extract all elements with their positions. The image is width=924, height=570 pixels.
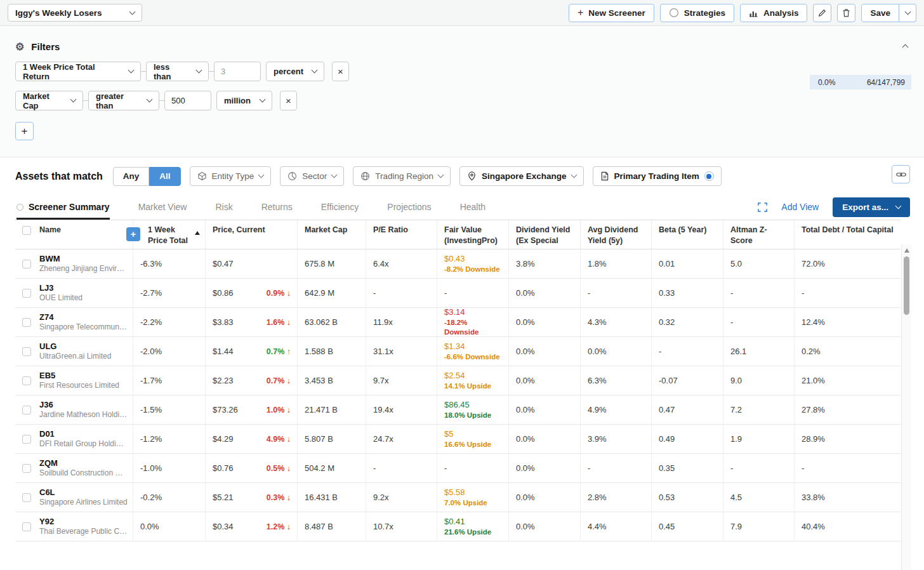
trading-region-chip[interactable]: Trading Region — [353, 166, 451, 186]
beta-cell: - — [652, 337, 723, 366]
dividend-yield-cell: 0.0% — [509, 454, 581, 482]
primary-trading-item-toggle[interactable] — [704, 171, 714, 181]
column-header-beta[interactable]: Beta (5 Year) — [652, 220, 723, 249]
all-toggle-button[interactable]: All — [149, 167, 180, 186]
market-cap-cell: 642.9 M — [298, 279, 366, 307]
price-value: $0.86 — [213, 288, 234, 298]
tab-efficiency[interactable]: Efficiency — [321, 196, 359, 220]
asset-ticker[interactable]: Y92 — [39, 517, 128, 527]
table-row[interactable]: BWMZheneng Jinjiang Environm...-6.3%$0.4… — [15, 249, 901, 279]
row-checkbox[interactable] — [22, 318, 31, 327]
remove-filter-button[interactable]: × — [332, 62, 349, 81]
remove-filter-button[interactable]: × — [280, 91, 297, 110]
asset-ticker[interactable]: D01 — [39, 429, 128, 439]
asset-ticker[interactable]: J36 — [39, 400, 128, 410]
expand-icon[interactable] — [758, 202, 767, 212]
analysis-button[interactable]: Analysis — [740, 4, 808, 22]
filter-value-input[interactable] — [164, 91, 211, 110]
table-row[interactable]: D01DFI Retail Group Holdings ...-1.2%$4.… — [15, 425, 901, 454]
tab-health[interactable]: Health — [460, 196, 485, 220]
filter-operator-select[interactable]: greater than — [88, 91, 159, 110]
screener-select[interactable]: Iggy's Weekly Losers — [8, 4, 142, 22]
column-header-avgdiv[interactable]: Avg Dividend Yield (5y) — [581, 220, 652, 249]
row-checkbox[interactable] — [22, 522, 31, 531]
table-row[interactable]: ZQMSoilbuild Construction Grou...-1.0%$0… — [15, 454, 901, 483]
edit-button[interactable] — [813, 4, 831, 22]
table-row[interactable]: C6LSingapore Airlines Limited-0.2%$5.210… — [15, 483, 901, 512]
table-row[interactable]: ULGUltraGreen.ai Limited-2.0%$1.440.7% ↑… — [15, 337, 901, 366]
any-toggle-button[interactable]: Any — [113, 167, 150, 186]
column-header-mcap[interactable]: Market Cap — [298, 220, 366, 249]
market-cap-cell: 8.487 B — [298, 512, 366, 541]
column-header-debt[interactable]: Total Debt / Total Capital — [795, 220, 901, 249]
tab-label: Screener Summary — [29, 202, 110, 212]
row-checkbox[interactable] — [22, 347, 31, 356]
add-column-button[interactable]: + — [126, 227, 140, 241]
pe-ratio-cell: 11.9x — [366, 308, 437, 336]
column-header-pe[interactable]: P/E Ratio — [366, 220, 437, 249]
table-row[interactable]: J36Jardine Matheson Holdings...-1.5%$73.… — [15, 395, 901, 425]
table-row[interactable]: Y92Thai Beverage Public Com...0.0%$0.341… — [15, 512, 901, 541]
filter-operator-select[interactable]: less than — [146, 62, 209, 81]
column-header-price[interactable]: Price, Current — [206, 220, 298, 249]
strategies-button[interactable]: Strategies — [660, 4, 734, 22]
column-header-altman[interactable]: Altman Z-Score — [723, 220, 795, 249]
tab-projections[interactable]: Projections — [387, 196, 431, 220]
asset-ticker[interactable]: C6L — [39, 487, 128, 498]
sector-chip[interactable]: Sector — [280, 166, 344, 186]
copy-link-button[interactable] — [892, 165, 910, 183]
pencil-icon — [817, 8, 827, 18]
tab-market-view[interactable]: Market View — [138, 196, 187, 220]
fair-value-cell: - — [437, 454, 509, 482]
primary-trading-item-chip[interactable]: Primary Trading Item — [593, 166, 722, 186]
row-checkbox[interactable] — [22, 493, 31, 502]
export-label: Export as... — [842, 202, 888, 212]
exchange-chip[interactable]: Singapore Exchange — [459, 166, 584, 186]
row-checkbox[interactable] — [22, 289, 31, 298]
table-row[interactable]: EB5First Resources Limited-1.7%$2.230.7%… — [15, 366, 901, 395]
filter-value-input[interactable] — [214, 62, 261, 81]
week-return-cell: -6.3% — [133, 249, 206, 278]
debt-to-capital-cell: - — [795, 279, 901, 307]
column-header-divy[interactable]: Dividend Yield (Ex Special — [509, 220, 581, 249]
new-screener-button[interactable]: + New Screener — [569, 4, 654, 22]
add-filter-button[interactable]: + — [15, 122, 34, 140]
current-price-cell: $0.47 — [206, 249, 298, 278]
tab-returns[interactable]: Returns — [261, 196, 293, 220]
add-view-link[interactable]: Add View — [781, 202, 819, 212]
asset-ticker[interactable]: Z74 — [39, 312, 128, 322]
row-checkbox[interactable] — [22, 260, 31, 268]
row-checkbox[interactable] — [22, 406, 31, 414]
save-button[interactable]: Save — [861, 4, 899, 22]
row-checkbox[interactable] — [22, 376, 31, 385]
asset-ticker[interactable]: BWM — [39, 254, 128, 264]
asset-ticker[interactable]: ZQM — [39, 458, 128, 468]
filter-field-select[interactable]: Market Cap — [15, 91, 83, 110]
delete-button[interactable] — [837, 4, 855, 22]
asset-ticker[interactable]: ULG — [39, 341, 111, 352]
tab-screener-summary[interactable]: Screener Summary — [16, 196, 110, 220]
scrollbar-thumb[interactable] — [904, 256, 909, 315]
save-options-button[interactable] — [899, 4, 916, 22]
fair-value-cell: $5.587.0% Upside — [437, 483, 509, 512]
row-checkbox[interactable] — [22, 226, 31, 235]
asset-ticker[interactable]: LJ3 — [39, 283, 82, 293]
assets-filter-bar: Assets that match Any All Entity Type Se… — [0, 161, 924, 186]
vertical-scrollbar[interactable] — [901, 244, 911, 570]
table-row[interactable]: Z74Singapore Telecommunicat...-2.2%$3.83… — [15, 308, 901, 337]
entity-type-chip[interactable]: Entity Type — [190, 166, 272, 186]
column-header-fair[interactable]: Fair Value (InvestingPro) — [437, 220, 509, 249]
asset-ticker[interactable]: EB5 — [39, 371, 119, 381]
export-button[interactable]: Export as... — [833, 197, 910, 217]
filter-field-select[interactable]: 1 Week Price Total Return — [15, 62, 141, 81]
column-header-name[interactable]: Name — [15, 220, 133, 249]
table-row[interactable]: LJ3OUE Limited-2.7%$0.860.9% ↓642.9 M--0… — [15, 279, 901, 308]
scroll-up-icon[interactable] — [904, 248, 909, 253]
column-header-week[interactable]: +1 Week Price Total — [133, 220, 206, 249]
row-checkbox[interactable] — [22, 464, 31, 473]
filter-unit-select[interactable]: million — [216, 91, 272, 110]
fair-value-note: 18.0% Upside — [444, 411, 491, 421]
row-checkbox[interactable] — [22, 435, 31, 444]
filter-unit-select[interactable]: percent — [266, 62, 324, 81]
tab-risk[interactable]: Risk — [215, 196, 232, 220]
